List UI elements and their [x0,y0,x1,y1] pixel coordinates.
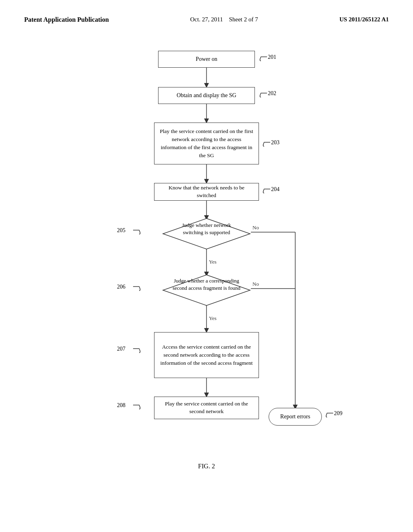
svg-text:No: No [252,224,259,231]
page-header: Patent Application Publication Oct. 27, … [24,16,389,23]
node-203: Play the service content carried on the … [154,123,259,164]
svg-text:203: 203 [271,139,280,145]
svg-text:201: 201 [268,54,276,60]
svg-text:Yes: Yes [209,315,217,321]
label-204: 204 [262,187,284,201]
node-201: Power on [158,51,255,68]
label-206: 206 [117,285,145,298]
svg-text:206: 206 [117,284,125,290]
svg-text:No: No [252,281,259,287]
patent-number: US 2011/265122 A1 [339,16,389,23]
label-209: 209 [325,411,347,425]
node-206: Judge whether a corresponding second acc… [162,274,251,306]
figure-label: FIG. 2 [61,463,352,470]
label-202: 202 [259,91,281,105]
label-207: 207 [117,347,145,360]
svg-text:209: 209 [334,410,342,416]
publication-title: Patent Application Publication [24,16,109,23]
header-sheet: Sheet 2 of 7 [229,16,258,23]
label-203: 203 [262,140,284,154]
label-201: 201 [259,55,281,69]
svg-text:202: 202 [268,90,276,96]
node-205: Judge whether network switching is suppo… [162,218,251,250]
header-date: Oct. 27, 2011 [190,16,223,23]
label-205: 205 [117,228,145,242]
svg-text:208: 208 [117,402,125,408]
node-207: Access the service content carried on th… [154,332,259,378]
node-208: Play the service content carried on the … [154,397,259,419]
svg-text:205: 205 [117,227,125,233]
svg-text:204: 204 [271,186,280,192]
node-204: Know that the network needs to be switch… [154,183,259,201]
label-208: 208 [117,403,145,417]
svg-text:207: 207 [117,346,125,352]
node-209: Report errors [269,408,322,426]
header-date-sheet: Oct. 27, 2011 Sheet 2 of 7 [190,16,258,23]
node-202: Obtain and display the SG [158,87,255,104]
svg-text:Yes: Yes [209,259,217,265]
page: Patent Application Publication Oct. 27, … [0,0,413,532]
